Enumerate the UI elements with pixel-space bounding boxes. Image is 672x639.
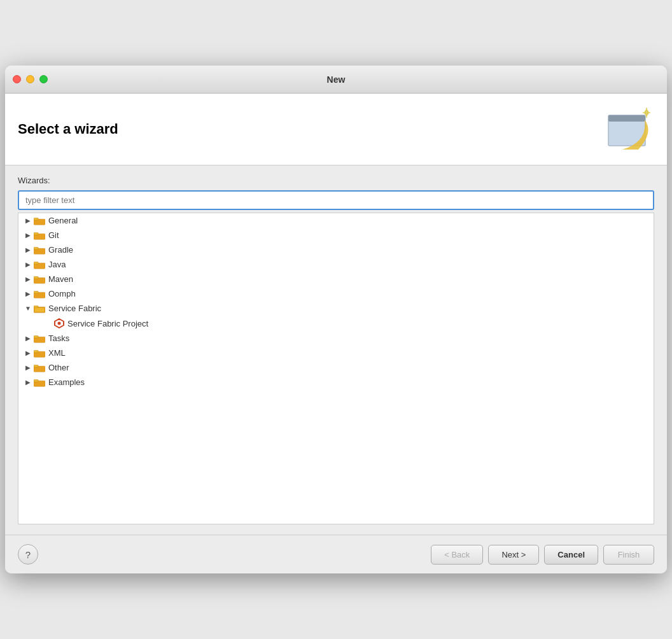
tree-item-other[interactable]: Other — [18, 360, 654, 375]
footer: ? < Back Next > Cancel Finish — [5, 535, 667, 573]
filter-input[interactable] — [18, 190, 654, 210]
tree-label-general: General — [48, 216, 78, 225]
tree-arrow-service-fabric — [24, 304, 32, 313]
titlebar: New — [5, 66, 667, 94]
maximize-button[interactable] — [39, 75, 48, 83]
svg-rect-10 — [34, 232, 38, 235]
svg-rect-21 — [34, 307, 45, 312]
svg-point-23 — [58, 322, 61, 325]
tree-label-service-fabric: Service Fabric — [48, 304, 101, 313]
tree-item-xml[interactable]: XML — [18, 346, 654, 360]
tree-label-gradle: Gradle — [48, 245, 73, 255]
tree-item-service-fabric-project[interactable]: Service Fabric Project — [18, 316, 654, 331]
svg-rect-16 — [34, 276, 38, 279]
tree-label-oomph: Oomph — [48, 289, 76, 298]
tree-label-tasks: Tasks — [48, 334, 69, 343]
tree-label-service-fabric-project: Service Fabric Project — [67, 319, 148, 328]
tree-item-service-fabric[interactable]: Service Fabric — [18, 301, 654, 316]
tree-container[interactable]: General Git Gradle Java Maven Oomph Serv… — [18, 213, 654, 524]
tree-item-gradle[interactable]: Gradle — [18, 242, 654, 257]
window: New Select a wizard Wizards: — [5, 66, 667, 573]
finish-button[interactable]: Finish — [603, 545, 654, 565]
tree-label-maven: Maven — [48, 274, 73, 284]
traffic-lights — [13, 75, 48, 83]
tree-arrow-gradle — [24, 246, 32, 255]
header-section: Select a wizard — [5, 94, 667, 165]
tree-arrow-git — [24, 231, 32, 240]
tree-label-git: Git — [48, 230, 59, 240]
cancel-button[interactable]: Cancel — [544, 545, 598, 565]
close-button[interactable] — [13, 75, 21, 83]
svg-rect-27 — [34, 350, 38, 353]
back-button[interactable]: < Back — [431, 545, 483, 565]
tree-item-java[interactable]: Java — [18, 257, 654, 272]
help-icon: ? — [25, 549, 31, 560]
svg-rect-14 — [34, 262, 38, 264]
wizards-label: Wizards: — [18, 176, 654, 185]
tree-label-xml: XML — [48, 348, 66, 358]
page-title: Select a wizard — [18, 121, 118, 137]
svg-rect-12 — [34, 247, 38, 249]
tree-arrow-general — [24, 216, 32, 225]
tree-arrow-oomph — [24, 290, 32, 298]
tree-item-examples[interactable]: Examples — [18, 375, 654, 390]
svg-rect-31 — [34, 379, 38, 382]
help-button[interactable]: ? — [18, 544, 38, 565]
main-content: Wizards: General Git Gradle Java Maven — [5, 165, 667, 535]
tree-arrow-maven — [24, 275, 32, 284]
tree-item-oomph[interactable]: Oomph — [18, 286, 654, 301]
wizard-icon — [603, 104, 654, 155]
svg-rect-29 — [34, 365, 38, 367]
window-title: New — [327, 74, 346, 85]
svg-rect-25 — [34, 335, 38, 338]
minimize-button[interactable] — [26, 75, 34, 83]
next-button[interactable]: Next > — [488, 545, 539, 565]
tree-item-tasks[interactable]: Tasks — [18, 331, 654, 346]
tree-label-other: Other — [48, 363, 69, 372]
tree-arrow-java — [24, 260, 32, 269]
tree-label-java: Java — [48, 260, 66, 269]
tree-arrow-tasks — [24, 334, 32, 343]
tree-label-examples: Examples — [48, 377, 85, 387]
tree-arrow-xml — [24, 349, 32, 358]
svg-rect-18 — [34, 291, 38, 293]
tree-arrow-other — [24, 363, 32, 372]
tree-item-general[interactable]: General — [18, 213, 654, 228]
tree-arrow-examples — [24, 378, 32, 387]
svg-rect-1 — [608, 115, 645, 122]
tree-item-maven[interactable]: Maven — [18, 272, 654, 286]
svg-rect-8 — [34, 218, 38, 220]
tree-item-git[interactable]: Git — [18, 228, 654, 242]
